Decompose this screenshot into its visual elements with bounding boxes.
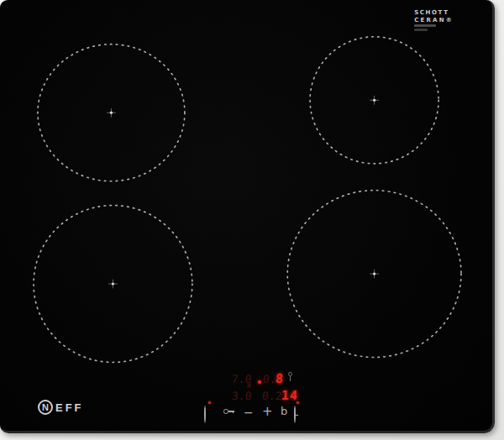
power-icon: [204, 406, 206, 423]
display-zone-bottom-mid: 0.2: [261, 390, 282, 402]
neff-logo-rest: EFF: [55, 401, 84, 413]
cooking-zone-bottom-right: [287, 191, 461, 358]
timer-clock-icon: [294, 406, 296, 423]
timer-indicator-led: [297, 401, 299, 404]
plus-button[interactable]: +: [262, 406, 273, 418]
display-zone-bottom-left: 3.0: [231, 390, 252, 402]
schott-text: SCHOTT: [414, 9, 454, 17]
ceran-text: CERAN®: [414, 17, 454, 24]
cooking-zones: [0, 0, 492, 431]
product-photo-induction-hob: SCHOTT CERAN® N EFF 7.0 0. 8 H: [0, 0, 504, 440]
control-panel: 7.0 0. 8 H 3.0 0.2 14: [198, 368, 309, 425]
neff-logo-letter: N: [42, 402, 49, 412]
display-zone-top-right-power: 8: [275, 371, 284, 386]
power-indicator-led: [208, 401, 211, 404]
display-timer-value: 14: [281, 388, 299, 403]
decimal-indicator-led: [258, 380, 261, 384]
power-button[interactable]: [204, 406, 206, 422]
schott-ceran-label: SCHOTT CERAN®: [414, 9, 454, 33]
cooking-zone-top-right: [310, 37, 438, 164]
cooking-zone-bottom-left: [34, 206, 192, 363]
residual-heat-indicator: H: [247, 382, 252, 390]
timer-button[interactable]: [294, 406, 296, 422]
minus-button[interactable]: −: [244, 406, 254, 418]
neff-logo-ring: N: [38, 400, 53, 415]
neff-logo: N EFF: [38, 400, 84, 415]
hob-glass-surface: SCHOTT CERAN® N EFF 7.0 0. 8 H: [0, 0, 495, 433]
fineprint-lines: [414, 24, 454, 31]
cooking-zone-top-left: [38, 45, 185, 181]
booster-button[interactable]: b: [281, 406, 287, 416]
